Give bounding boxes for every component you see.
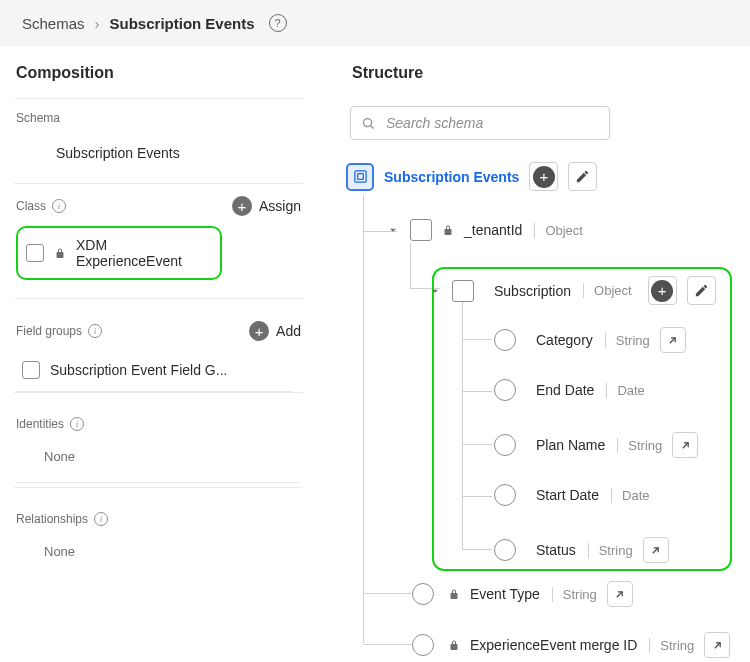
leaf-icon[interactable]	[412, 634, 434, 656]
edit-field-button[interactable]	[687, 276, 716, 305]
plus-icon: +	[232, 196, 252, 216]
help-icon[interactable]: ?	[269, 14, 287, 32]
info-icon[interactable]: i	[70, 417, 84, 431]
open-field-button[interactable]	[704, 632, 730, 658]
field-type: Object	[534, 223, 583, 238]
class-item-xdm-experienceevent[interactable]: XDM ExperienceEvent	[16, 226, 222, 280]
leaf-icon[interactable]	[412, 583, 434, 605]
schema-root-label[interactable]: Subscription Events	[384, 169, 519, 185]
identities-none: None	[16, 441, 301, 483]
breadcrumb: Schemas › Subscription Events ?	[0, 0, 750, 46]
field-eventtype[interactable]: Event Type	[470, 586, 540, 602]
leaf-icon[interactable]	[494, 484, 516, 506]
plus-icon: +	[249, 321, 269, 341]
fieldgroup-item[interactable]: Subscription Event Field G...	[16, 351, 292, 392]
fieldgroups-heading: Field groups	[16, 324, 82, 338]
arrow-icon	[666, 334, 679, 347]
pencil-icon	[694, 283, 709, 298]
field-enddate[interactable]: End Date	[536, 382, 594, 398]
lock-icon	[448, 587, 460, 601]
plus-icon: +	[651, 280, 673, 302]
structure-panel: Structure Search schema Subscription Eve…	[318, 46, 750, 660]
leaf-icon[interactable]	[494, 329, 516, 351]
lock-icon	[442, 223, 454, 237]
field-subscription[interactable]: Subscription	[494, 283, 571, 299]
open-field-button[interactable]	[660, 327, 686, 353]
composition-panel: Composition Schema Subscription Events C…	[0, 46, 318, 660]
relationships-none: None	[16, 536, 301, 577]
field-startdate[interactable]: Start Date	[536, 487, 599, 503]
svg-rect-2	[354, 171, 365, 182]
open-field-button[interactable]	[607, 581, 633, 607]
breadcrumb-current: Subscription Events	[110, 15, 255, 32]
info-icon[interactable]: i	[94, 512, 108, 526]
pencil-icon	[575, 169, 590, 184]
field-type: Object	[583, 283, 632, 298]
search-icon	[361, 116, 376, 131]
field-type: Date	[611, 488, 649, 503]
schema-heading: Schema	[16, 111, 60, 125]
svg-line-1	[371, 125, 374, 128]
field-type: String	[588, 543, 633, 558]
highlight-box	[432, 267, 732, 571]
search-placeholder: Search schema	[386, 115, 483, 131]
leaf-icon[interactable]	[494, 539, 516, 561]
field-type: Date	[606, 383, 644, 398]
info-icon[interactable]: i	[52, 199, 66, 213]
info-icon[interactable]: i	[88, 324, 102, 338]
assign-class-button[interactable]: + Assign	[232, 196, 301, 216]
add-child-button[interactable]: +	[648, 276, 677, 305]
relationships-heading: Relationships	[16, 512, 88, 526]
svg-point-0	[364, 118, 372, 126]
square-icon	[26, 244, 44, 262]
lock-icon	[448, 638, 460, 652]
plus-icon: +	[533, 166, 555, 188]
add-fieldgroup-button[interactable]: + Add	[249, 321, 301, 341]
object-icon[interactable]	[452, 280, 474, 302]
field-type: String	[649, 638, 694, 653]
identities-heading: Identities	[16, 417, 64, 431]
leaf-icon[interactable]	[494, 434, 516, 456]
field-type: String	[552, 587, 597, 602]
arrow-icon	[649, 544, 662, 557]
chevron-right-icon: ›	[95, 15, 100, 32]
object-icon[interactable]	[410, 219, 432, 241]
field-category[interactable]: Category	[536, 332, 593, 348]
class-item-label: XDM ExperienceEvent	[76, 237, 212, 269]
field-tenantid[interactable]: _tenantId	[464, 222, 522, 238]
arrow-icon	[679, 439, 692, 452]
composition-title: Composition	[14, 60, 303, 98]
field-type: String	[617, 438, 662, 453]
schema-root-icon[interactable]	[346, 163, 374, 191]
search-input[interactable]: Search schema	[350, 106, 610, 140]
chevron-down-icon[interactable]	[386, 223, 400, 237]
arrow-icon	[711, 639, 724, 652]
open-field-button[interactable]	[643, 537, 669, 563]
field-planname[interactable]: Plan Name	[536, 437, 605, 453]
add-field-button[interactable]: +	[529, 162, 558, 191]
arrow-icon	[613, 588, 626, 601]
square-icon	[22, 361, 40, 379]
edit-schema-button[interactable]	[568, 162, 597, 191]
field-type: String	[605, 333, 650, 348]
field-status[interactable]: Status	[536, 542, 576, 558]
structure-title: Structure	[350, 60, 732, 98]
open-field-button[interactable]	[672, 432, 698, 458]
field-mergeid[interactable]: ExperienceEvent merge ID	[470, 637, 637, 653]
class-heading: Class	[16, 199, 46, 213]
svg-rect-3	[357, 174, 363, 180]
leaf-icon[interactable]	[494, 379, 516, 401]
fieldgroup-item-label: Subscription Event Field G...	[50, 362, 227, 378]
lock-icon	[54, 246, 66, 260]
schema-name[interactable]: Subscription Events	[16, 135, 301, 183]
breadcrumb-root[interactable]: Schemas	[22, 15, 85, 32]
chevron-down-icon[interactable]	[428, 284, 442, 298]
